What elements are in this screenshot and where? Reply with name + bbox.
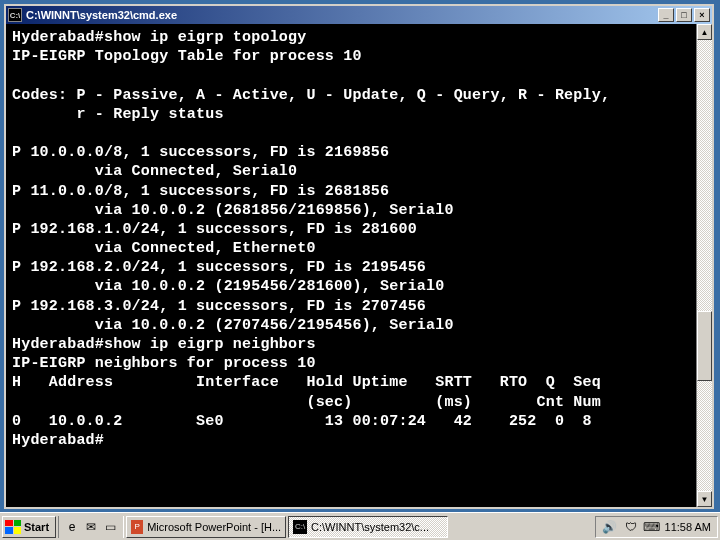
window-controls: _ □ × [658,8,710,22]
window-title: C:\WINNT\system32\cmd.exe [26,9,658,21]
cmd-window: C:\ C:\WINNT\system32\cmd.exe _ □ × Hyde… [4,4,714,509]
windows-logo-icon [5,520,21,534]
start-button[interactable]: Start [2,516,56,538]
volume-icon[interactable]: 🔊 [602,519,618,535]
scroll-up-button[interactable]: ▲ [697,24,712,40]
taskbar-item-label: Microsoft PowerPoint - [H... [147,521,281,533]
minimize-button[interactable]: _ [658,8,674,22]
start-label: Start [24,521,49,533]
taskbar-item-cmd[interactable]: C:\ C:\WINNT\system32\c... [288,516,448,538]
close-button[interactable]: × [694,8,710,22]
system-menu-icon[interactable]: C:\ [8,8,22,22]
maximize-button[interactable]: □ [676,8,692,22]
powerpoint-icon: P [131,520,143,534]
quick-launch-outlook-icon[interactable]: ✉ [82,518,100,536]
titlebar[interactable]: C:\ C:\WINNT\system32\cmd.exe _ □ × [6,6,712,24]
keyboard-icon[interactable]: ⌨ [644,519,660,535]
quick-launch: e ✉ ▭ [58,516,124,538]
vertical-scrollbar[interactable]: ▲ ▼ [696,24,712,507]
scrollbar-track[interactable] [697,40,712,491]
scroll-down-button[interactable]: ▼ [697,491,712,507]
terminal-output[interactable]: Hyderabad#show ip eigrp topology IP-EIGR… [6,24,712,507]
scrollbar-thumb[interactable] [697,311,712,381]
taskbar-item-powerpoint[interactable]: P Microsoft PowerPoint - [H... [126,516,286,538]
system-tray: 🔊 🛡 ⌨ 11:58 AM [595,516,718,538]
taskbar: Start e ✉ ▭ P Microsoft PowerPoint - [H.… [0,512,720,540]
shield-icon[interactable]: 🛡 [623,519,639,535]
cmd-icon: C:\ [293,520,307,534]
taskbar-item-label: C:\WINNT\system32\c... [311,521,429,533]
clock[interactable]: 11:58 AM [665,521,711,533]
quick-launch-ie-icon[interactable]: e [63,518,81,536]
quick-launch-desktop-icon[interactable]: ▭ [101,518,119,536]
